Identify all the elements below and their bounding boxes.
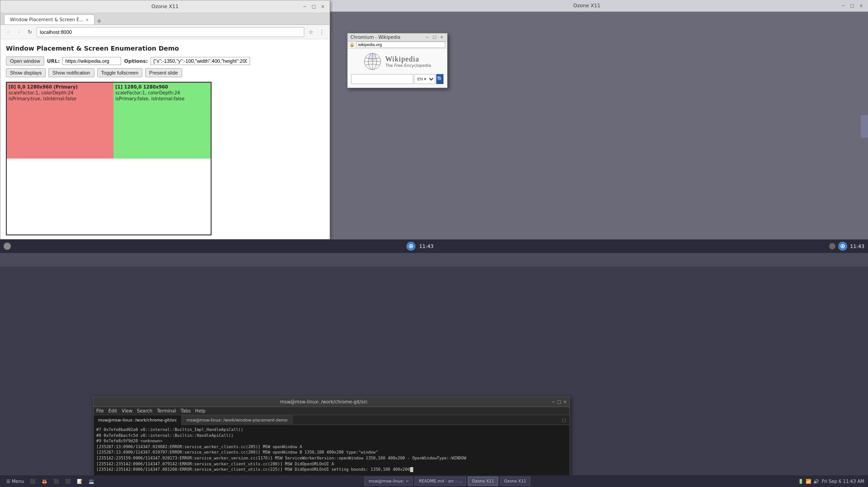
taskbar-time-right: 11:43 bbox=[850, 244, 864, 249]
lower-taskbar-left: ☰ Menu ⬛ 🦊 ⬛ ⬛ 📝 💻 bbox=[4, 477, 97, 486]
terminal-tab-extra[interactable]: □ bbox=[562, 418, 570, 422]
ltb-app-icon-4[interactable]: ⬛ bbox=[64, 477, 74, 486]
ltb-win-readme-label: README.md - src - ... bbox=[419, 479, 462, 483]
main-browser-content: Window Placement & Screen Enumeration De… bbox=[0, 39, 330, 239]
url-label: URL: bbox=[47, 58, 60, 64]
wikipedia-window: Chromium - Wikipedia − □ × 🔒 bbox=[347, 33, 448, 88]
wiki-close-btn[interactable]: × bbox=[439, 34, 444, 40]
wiki-search-btn[interactable]: 🔍 bbox=[436, 74, 443, 84]
address-input[interactable] bbox=[37, 27, 304, 37]
ltb-win-terminal-label: msw@msw-linux: ~ bbox=[368, 479, 409, 483]
terminal-line-5: [235287:13.0906/114347.019797:ERROR:serv… bbox=[96, 450, 567, 455]
ltb-icon-2: 🦊 bbox=[42, 479, 47, 484]
more-options-icon[interactable]: ⋮ bbox=[318, 28, 326, 36]
terminal-menu-tabs[interactable]: Tabs bbox=[180, 408, 190, 413]
taskbar-time-left: 11:43 bbox=[419, 244, 434, 249]
terminal-menu-search[interactable]: Search bbox=[137, 408, 152, 413]
taskbar-dot-right1 bbox=[829, 243, 835, 249]
wiki-logo-area: Wikipedia The Free Encyclopedia bbox=[363, 52, 431, 70]
ltb-win-terminal[interactable]: msw@msw-linux: ~ bbox=[364, 477, 413, 486]
terminal-minimize-btn[interactable]: − bbox=[552, 399, 555, 404]
main-addressbar: ‹ › ↻ ☆ ⋮ bbox=[0, 25, 330, 39]
terminal-window: msw@msw-linux: /work/chrome-git/src − □ … bbox=[93, 397, 570, 476]
wiki-titlebar-controls: − □ × bbox=[425, 34, 444, 40]
terminal-menu-view[interactable]: View bbox=[122, 408, 132, 413]
ltb-app-icon-3[interactable]: ⬛ bbox=[52, 477, 62, 486]
taskbar-chromium-icon[interactable] bbox=[406, 242, 415, 251]
terminal-maximize-btn[interactable]: □ bbox=[557, 399, 561, 404]
main-close-icon[interactable]: × bbox=[320, 4, 326, 10]
terminal-line-1: #7 0x7efe8bad02a0 v8::internal::Builtin_… bbox=[96, 427, 567, 433]
taskbar-icon-right[interactable] bbox=[838, 242, 847, 251]
ltb-menu-label: Menu bbox=[12, 479, 24, 484]
terminal-menu-terminal[interactable]: Terminal bbox=[157, 408, 176, 413]
ltb-win-ozone1-label: Ozone X11 bbox=[472, 479, 494, 483]
back-btn[interactable]: ‹ bbox=[4, 28, 12, 36]
ltb-win-ozone1[interactable]: Ozone X11 bbox=[468, 477, 498, 486]
ltb-win-ozone2[interactable]: Ozone X11 bbox=[500, 477, 530, 486]
ltb-app-icon-1[interactable]: ⬛ bbox=[28, 477, 38, 486]
ltb-sound-icon: 🔊 bbox=[813, 478, 819, 484]
open-window-btn[interactable]: Open window bbox=[6, 56, 44, 66]
main-browser-window: Ozone X11 − □ × Window Placement & Scree… bbox=[0, 0, 330, 239]
ltb-sys-icons: 🔋 📶 🔊 bbox=[797, 478, 819, 484]
show-displays-btn[interactable]: Show displays bbox=[6, 68, 46, 77]
ltb-app-icon-5[interactable]: 📝 bbox=[75, 477, 85, 486]
terminal-tab-2[interactable]: msw@msw-linux: /work/window-placement-de… bbox=[182, 415, 292, 425]
right-edge-tab[interactable] bbox=[861, 115, 868, 138]
main-tab-active[interactable]: Window Placement & Screen E... × bbox=[4, 14, 94, 24]
wiki-content: Wikipedia The Free Encyclopedia EN ▾ 🔍 bbox=[348, 49, 447, 88]
terminal-tab-1[interactable]: msw@msw-linux: /work/chrome-git/src bbox=[94, 415, 182, 425]
ltb-battery-icon: 🔋 bbox=[797, 478, 804, 484]
main-tab-close[interactable]: × bbox=[85, 18, 89, 22]
show-notification-btn[interactable]: Show notification bbox=[48, 68, 94, 77]
taskbar-left bbox=[4, 243, 11, 250]
options-input[interactable] bbox=[151, 57, 250, 65]
wiki-tagline: The Free Encyclopedia bbox=[385, 63, 431, 68]
display-1-primary: isPrimary:false, isInternal:false bbox=[115, 96, 211, 101]
forward-btn[interactable]: › bbox=[15, 28, 23, 36]
wiki-search-icon: 🔍 bbox=[437, 76, 443, 82]
ltb-icon-4: ⬛ bbox=[65, 479, 71, 484]
top-taskbar: 11:43 11:43 bbox=[0, 239, 868, 253]
toolbar-row-2: Show displays Show notification Toggle f… bbox=[6, 68, 324, 77]
lower-taskbar: ☰ Menu ⬛ 🦊 ⬛ ⬛ 📝 💻 bbox=[0, 475, 868, 487]
chromium-icon-right-svg bbox=[840, 244, 845, 249]
ltb-menu-btn[interactable]: ☰ Menu bbox=[4, 478, 27, 485]
url-input[interactable] bbox=[62, 57, 121, 65]
taskbar-dot-left[interactable] bbox=[4, 243, 11, 250]
wiki-addressbar: 🔒 bbox=[348, 42, 447, 49]
terminal-line-3: #9 0x7efe8c9f9d20 <unknown> bbox=[96, 438, 567, 444]
wiki-minimize-btn[interactable]: − bbox=[425, 34, 430, 40]
terminal-menu-edit[interactable]: Edit bbox=[108, 408, 117, 413]
ozone-maximize-btn[interactable]: □ bbox=[849, 3, 855, 9]
desktop-top: Ozone X11 − □ × Ozone X11 − □ × Window P… bbox=[0, 0, 868, 253]
terminal-menu-help[interactable]: Help bbox=[195, 408, 206, 413]
terminal-titlebar: msw@msw-linux: /work/chrome-git/src − □ … bbox=[94, 397, 570, 407]
ozone-minimize-btn[interactable]: − bbox=[840, 3, 846, 9]
toggle-fullscreen-btn[interactable]: Toggle fullscreen bbox=[97, 68, 143, 77]
ltb-app-icon-6[interactable]: 💻 bbox=[87, 477, 97, 486]
main-maximize-icon[interactable]: □ bbox=[311, 4, 317, 10]
present-slide-btn[interactable]: Present slide bbox=[145, 68, 182, 77]
wiki-address-input[interactable] bbox=[356, 42, 445, 48]
ltb-icon-6: 💻 bbox=[89, 479, 94, 484]
ltb-app-icon-2[interactable]: 🦊 bbox=[40, 477, 50, 486]
display-0-scale: scaleFactor:1, colorDepth:24 bbox=[9, 90, 112, 95]
reload-btn[interactable]: ↻ bbox=[26, 28, 34, 36]
wiki-maximize-btn[interactable]: □ bbox=[432, 34, 437, 40]
wiki-lang-select[interactable]: EN ▾ bbox=[414, 74, 435, 84]
bookmark-icon[interactable]: ☆ bbox=[307, 28, 315, 36]
ozone-close-btn[interactable]: × bbox=[858, 3, 864, 9]
terminal-content: #7 0x7efe8bad02a0 v8::internal::Builtin_… bbox=[94, 425, 570, 475]
wiki-search-input[interactable] bbox=[351, 74, 413, 84]
ltb-win-readme[interactable]: README.md - src - ... bbox=[415, 477, 466, 486]
main-minimize-icon[interactable]: − bbox=[302, 4, 308, 10]
new-tab-btn[interactable]: + bbox=[96, 17, 102, 24]
wiki-name: Wikipedia bbox=[385, 55, 431, 63]
terminal-close-btn[interactable]: × bbox=[563, 399, 567, 404]
svg-point-7 bbox=[842, 245, 844, 247]
display-0-label: [0] 0,0 1280x960 (Primary) bbox=[9, 84, 112, 89]
terminal-menu-file[interactable]: File bbox=[96, 408, 104, 413]
lower-taskbar-center: msw@msw-linux: ~ README.md - src - ... O… bbox=[97, 477, 797, 486]
